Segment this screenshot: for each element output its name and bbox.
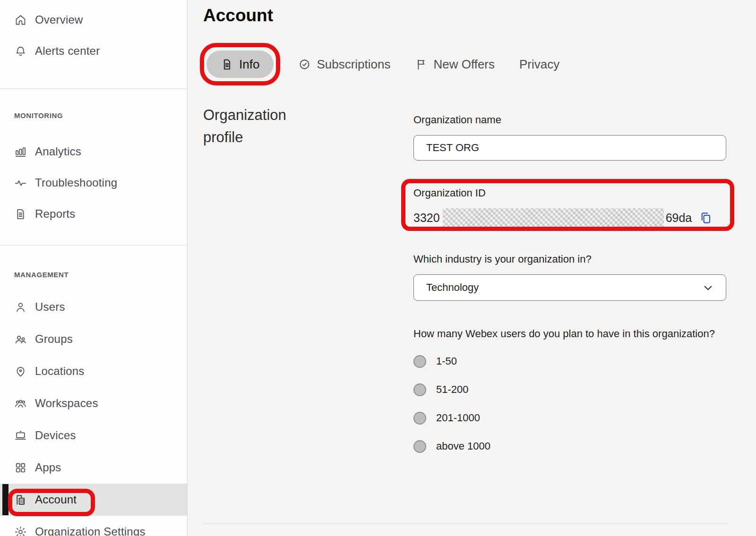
report-document-icon (14, 208, 27, 221)
webex-control-hub-screen: Overview Alerts center MONITORING Analyt… (0, 0, 756, 536)
bar-chart-icon (14, 145, 27, 158)
tab-bar: Info Subscriptions New Offers Privacy (206, 51, 559, 78)
sidebar-item-organization-settings[interactable]: Organization Settings (0, 516, 187, 536)
radio-button-icon[interactable] (413, 412, 426, 425)
user-count-options: 1-50 51-200 201-1000 above 1000 (413, 347, 726, 460)
tab-label: Privacy (519, 57, 559, 72)
laptop-icon (14, 429, 27, 442)
sidebar-item-label: Groups (35, 332, 73, 346)
industry-selected-value: Technology (426, 281, 479, 294)
sidebar-item-locations[interactable]: Locations (0, 355, 187, 387)
bell-icon (14, 45, 27, 58)
org-id-redacted-blur (443, 208, 664, 227)
badge-check-icon (298, 58, 311, 71)
industry-field: Which industry is your organization in? … (413, 253, 726, 301)
sidebar-item-apps[interactable]: Apps (0, 451, 187, 484)
pulse-icon (14, 177, 27, 189)
radio-option-above-1000[interactable]: above 1000 (413, 432, 726, 460)
sidebar-item-label: Locations (35, 365, 85, 378)
radio-option-51-200[interactable]: 51-200 (413, 375, 726, 404)
org-name-field: Organization name (413, 113, 726, 161)
tab-label: Subscriptions (317, 57, 390, 72)
sidebar-item-label: Overview (35, 13, 83, 26)
sidebar-item-workspaces[interactable]: Workspaces (0, 387, 187, 419)
gear-icon (14, 526, 27, 536)
sidebar-item-label: Devices (35, 429, 76, 442)
chevron-down-icon (702, 281, 714, 294)
sidebar-item-label: Troubleshooting (35, 176, 117, 189)
sidebar-item-label: Users (35, 300, 65, 314)
active-indicator-bar (2, 484, 9, 515)
sidebar-item-label: Analytics (35, 145, 81, 158)
radio-button-icon[interactable] (413, 383, 426, 396)
org-id-value: 3320 69da (413, 207, 726, 228)
sidebar-item-analytics[interactable]: Analytics (0, 136, 187, 167)
org-id-section: Organization ID 3320 69da (413, 187, 726, 228)
sidebar-item-users[interactable]: Users (0, 291, 187, 323)
buildings-icon (14, 493, 27, 506)
tab-label: New Offers (433, 57, 495, 72)
org-id-suffix: 69da (666, 211, 692, 225)
sidebar-item-account[interactable]: Account (0, 484, 187, 516)
main-content: Account Info Subscriptions New Offers (188, 0, 756, 536)
tab-subscriptions[interactable]: Subscriptions (298, 57, 390, 72)
two-users-icon (14, 333, 27, 346)
sidebar-item-label: Organization Settings (35, 525, 146, 536)
org-id-label: Organization ID (413, 187, 726, 200)
industry-label: Which industry is your organization in? (413, 253, 726, 266)
radio-label: above 1000 (436, 440, 490, 452)
sidebar-item-troubleshooting[interactable]: Troubleshooting (0, 167, 187, 198)
radio-label: 51-200 (436, 383, 469, 396)
sidebar-divider (0, 88, 187, 89)
copy-icon[interactable] (698, 211, 713, 225)
document-icon (221, 58, 233, 71)
people-group-icon (14, 397, 27, 410)
org-name-input[interactable] (413, 135, 726, 161)
tab-new-offers[interactable]: New Offers (415, 57, 495, 72)
radio-option-201-1000[interactable]: 201-1000 (413, 404, 726, 432)
sidebar-section-monitoring: MONITORING (0, 110, 187, 121)
organization-profile-form: Organization name Organization ID 3320 6… (413, 113, 726, 460)
page-title: Account (203, 6, 273, 26)
grid-icon (14, 461, 27, 474)
radio-button-icon[interactable] (413, 440, 426, 453)
tab-privacy[interactable]: Privacy (519, 57, 559, 72)
sidebar-item-devices[interactable]: Devices (0, 419, 187, 451)
map-pin-icon (14, 365, 27, 378)
sidebar-item-label: Apps (35, 461, 61, 474)
home-icon (14, 14, 27, 26)
sidebar-item-alerts-center[interactable]: Alerts center (0, 35, 187, 67)
sidebar-item-label: Account (35, 493, 77, 506)
tab-label: Info (239, 57, 259, 72)
flag-icon (415, 58, 428, 71)
radio-label: 201-1000 (436, 412, 480, 424)
org-id-prefix: 3320 (413, 211, 440, 225)
org-name-label: Organization name (413, 113, 726, 127)
radio-option-1-50[interactable]: 1-50 (413, 347, 726, 375)
user-count-question: How many Webex users do you plan to have… (413, 324, 718, 343)
sidebar-item-reports[interactable]: Reports (0, 198, 187, 230)
radio-label: 1-50 (436, 355, 457, 367)
user-icon (14, 301, 27, 314)
radio-button-icon[interactable] (413, 355, 426, 368)
sidebar: Overview Alerts center MONITORING Analyt… (0, 0, 188, 536)
section-divider (203, 523, 729, 524)
sidebar-item-label: Reports (35, 207, 75, 221)
sidebar-divider (0, 245, 187, 246)
sidebar-item-label: Workspaces (35, 397, 98, 410)
sidebar-item-label: Alerts center (35, 44, 100, 58)
industry-select[interactable]: Technology (413, 274, 726, 301)
sidebar-item-groups[interactable]: Groups (0, 323, 187, 355)
organization-profile-heading: Organization profile (203, 104, 326, 148)
sidebar-section-management: MANAGEMENT (0, 269, 187, 281)
tab-info[interactable]: Info (206, 51, 274, 78)
sidebar-item-overview[interactable]: Overview (0, 4, 187, 35)
